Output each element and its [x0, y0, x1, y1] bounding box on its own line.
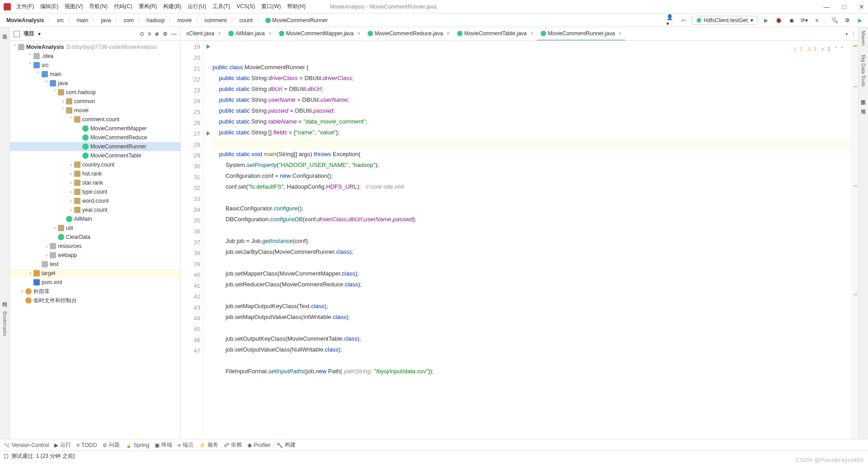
coverage-icon[interactable]: ◉ [787, 16, 796, 25]
menu-item[interactable]: 视图(V) [65, 3, 83, 10]
menu-item[interactable]: 运行(U) [188, 3, 206, 10]
tree-item[interactable]: ›star.rank [10, 178, 180, 187]
tree-item[interactable]: ›hot.rank [10, 169, 180, 178]
bottom-tool[interactable]: ⎆端点 [178, 441, 193, 449]
editor-tab[interactable]: MovieCommentMapper.java× [275, 27, 364, 41]
tree-item[interactable]: ˅com.hadoop [10, 88, 180, 97]
line-gutter[interactable]: 1920212223242526272829303132333435363738… [181, 41, 203, 439]
breadcrumb-item[interactable]: MovieAnalysis [4, 16, 47, 24]
run-config-selector[interactable]: HdfsClient.testGet ▾ [692, 16, 758, 25]
breadcrumb-item[interactable]: MovieCommentRunner [263, 16, 330, 24]
breadcrumb-item[interactable]: java [98, 16, 113, 24]
tab-list-icon[interactable]: ▾ [845, 31, 848, 37]
tree-item[interactable]: ›外部库 [10, 287, 180, 296]
editor-tab[interactable]: MovieCommentReduce.java× [364, 27, 453, 41]
options-icon[interactable]: ⚙ [163, 31, 168, 37]
menu-item[interactable]: 窗口(W) [261, 3, 281, 10]
tool-maven[interactable]: Maven [861, 31, 866, 46]
editor-tab[interactable]: AllMain.java× [225, 27, 275, 41]
menu-item[interactable]: 导航(N) [89, 3, 108, 10]
tree-item[interactable]: ›country.count [10, 160, 180, 169]
tree-item[interactable]: ›common [10, 97, 180, 106]
tree-item[interactable]: test [10, 260, 180, 269]
tree-root[interactable]: ˅MovieAnalysisD:\rtsy\bysj\7738-code\Mov… [10, 43, 180, 52]
scroll-map[interactable] [852, 41, 858, 439]
tree-item[interactable]: ˅java [10, 79, 180, 88]
tree-item[interactable]: ˅src [10, 61, 180, 70]
tree-item[interactable]: MovieCommentReduce [10, 133, 180, 142]
bottom-tool[interactable]: 🔨构建 [276, 441, 296, 449]
tree-item[interactable]: AllMain [10, 214, 180, 223]
back-icon[interactable]: ↩ [679, 16, 688, 25]
chevron-down-icon[interactable]: ˇ [841, 43, 843, 54]
menu-item[interactable]: 帮助(H) [287, 3, 306, 10]
tree-item[interactable]: ›word.count [10, 196, 180, 205]
bottom-tool[interactable]: ▶运行 [54, 441, 71, 449]
tree-item[interactable]: 临时文件和控制台 [10, 296, 180, 305]
tree-item[interactable]: ˅.idea [10, 52, 180, 61]
editor-tab[interactable]: MovieCommentTable.java× [453, 27, 537, 41]
breadcrumb-item[interactable]: com [121, 16, 137, 24]
stop-icon[interactable]: ■ [812, 16, 821, 25]
tool-bookmarks[interactable]: Bookmarks [2, 311, 8, 336]
bottom-tool[interactable]: ☍依赖 [224, 441, 242, 449]
project-tree[interactable]: ˅MovieAnalysisD:\rtsy\bysj\7738-code\Mov… [10, 41, 180, 439]
inspection-indicators[interactable]: ⚠ 1 ⚠ 1 ✓ 1 ˆ ˇ [791, 43, 844, 54]
locate-icon[interactable]: ⊙ [140, 31, 144, 37]
menu-item[interactable]: VCS(S) [236, 3, 255, 10]
menu-item[interactable]: 编辑(E) [40, 3, 58, 10]
breadcrumb-item[interactable]: comment [202, 16, 229, 24]
menu-item[interactable]: 重构(R) [139, 3, 157, 10]
breadcrumb-item[interactable]: count [237, 16, 255, 24]
close-icon[interactable]: ✕ [859, 3, 864, 10]
bottom-tool[interactable]: ≡TODO [76, 442, 97, 448]
tree-item[interactable]: ›util [10, 223, 180, 233]
user-icon[interactable]: 👤▾ [666, 16, 675, 25]
menu-item[interactable]: 构建(B) [163, 3, 181, 10]
bottom-tool[interactable]: 🍃Spring [125, 442, 150, 448]
bottom-tool[interactable]: ⊘问题 [103, 441, 120, 449]
editor-tab[interactable]: MovieCommentRunner.java× [537, 27, 625, 41]
bottom-tool[interactable]: ⚡服务 [199, 441, 218, 449]
tree-item[interactable]: ›year.count [10, 205, 180, 214]
bottom-tool[interactable]: ⌥Version Control [4, 442, 49, 448]
tree-item[interactable]: ›resources [10, 242, 180, 251]
menu-item[interactable]: 文件(F) [16, 3, 34, 10]
tree-item[interactable]: MovieCommentMapper [10, 124, 180, 133]
tree-item[interactable]: ›webapp [10, 251, 180, 260]
tree-item[interactable]: ˅main [10, 70, 180, 79]
tool-bigdata[interactable]: Big Data Tools [861, 55, 866, 87]
breadcrumb-item[interactable]: hadoop [144, 16, 167, 24]
breadcrumb-item[interactable]: movie [175, 16, 194, 24]
tree-item[interactable]: ›target [10, 269, 180, 278]
maximize-icon[interactable]: □ [843, 3, 846, 10]
expand-icon[interactable]: ≡ [148, 31, 151, 37]
breadcrumb-item[interactable]: main [74, 16, 91, 24]
project-view-icon[interactable] [14, 31, 20, 37]
debug-icon[interactable]: 🐞 [774, 16, 783, 25]
tree-item[interactable]: pom.xml [10, 278, 180, 287]
collapse-icon[interactable]: ≢ [155, 31, 159, 37]
ai-icon[interactable]: ▶ [855, 16, 864, 25]
chevron-up-icon[interactable]: ˆ [835, 43, 837, 54]
run-icon[interactable]: ▶ [762, 16, 771, 25]
bottom-tool[interactable]: ◉Profiler [247, 442, 271, 448]
breadcrumb-item[interactable]: src [54, 16, 66, 24]
tab-more-icon[interactable]: ⋮ [851, 31, 856, 37]
menu-item[interactable]: 工具(T) [212, 3, 230, 10]
code-editor[interactable]: ⚠ 1 ⚠ 1 ✓ 1 ˆ ˇ public class MovieCommen… [203, 41, 852, 439]
editor-tab[interactable]: sClient.java× [183, 27, 225, 41]
settings-icon[interactable]: ⚙ [843, 16, 852, 25]
tree-item[interactable]: ›type.count [10, 187, 180, 196]
search-icon[interactable]: 🔍 [830, 16, 839, 25]
tree-item[interactable]: MovieCommentTable [10, 151, 180, 160]
tree-item[interactable]: ˅comment.count [10, 115, 180, 124]
bottom-tool[interactable]: ▣终端 [155, 441, 172, 449]
tree-item[interactable]: MovieCommentRunner [10, 142, 180, 151]
minimize-icon[interactable]: — [824, 3, 830, 10]
tree-item[interactable]: ClearData [10, 233, 180, 242]
breadcrumb[interactable]: MovieAnalysis〉src〉main〉java〉com〉hadoop〉m… [4, 16, 330, 24]
menu-item[interactable]: 代码(C) [114, 3, 132, 10]
tree-item[interactable]: ˅movie [10, 106, 180, 115]
hide-icon[interactable]: — [171, 31, 177, 37]
